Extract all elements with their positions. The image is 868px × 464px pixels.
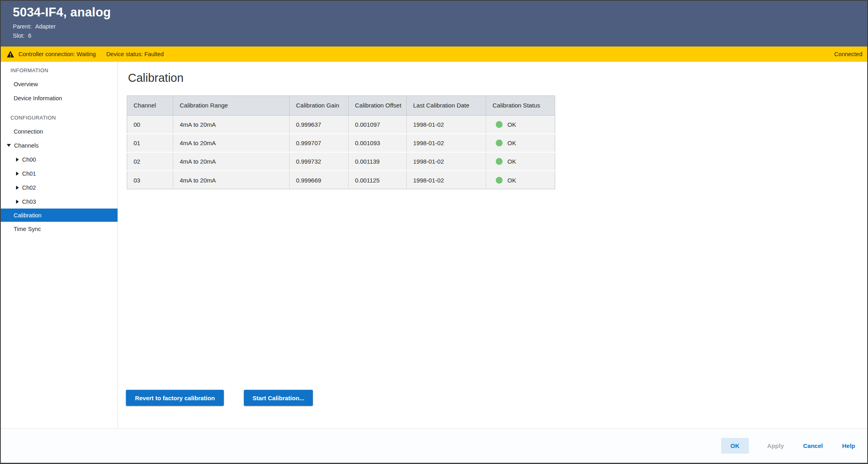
sidebar-item-device-information[interactable]: Device Information bbox=[1, 91, 118, 105]
sidebar-item-ch01[interactable]: Ch01 bbox=[1, 166, 118, 180]
collapse-arrow-icon[interactable] bbox=[7, 144, 11, 147]
table-row: 01 4mA to 20mA 0.999707 0.001093 1998-01… bbox=[127, 134, 555, 152]
cell-channel: 01 bbox=[127, 134, 173, 152]
device-banner: 5034-IF4, analog Parent:Adapter Slot:6 bbox=[1, 1, 867, 47]
calibration-actions: Revert to factory calibration Start Cali… bbox=[126, 390, 313, 406]
sidebar-item-ch02[interactable]: Ch02 bbox=[1, 180, 118, 195]
cell-channel: 02 bbox=[127, 152, 173, 171]
expand-arrow-icon[interactable] bbox=[16, 172, 19, 176]
cell-offset: 0.001097 bbox=[349, 115, 407, 134]
cell-gain: 0.999707 bbox=[290, 134, 349, 152]
status-ok-icon bbox=[496, 177, 503, 184]
cell-offset: 0.001125 bbox=[349, 171, 407, 189]
status-label: OK bbox=[507, 121, 516, 128]
cell-date: 1998-01-02 bbox=[407, 115, 486, 134]
sidebar-item-label: Overview bbox=[14, 81, 38, 87]
col-header-calibration-offset: Calibration Offset bbox=[349, 96, 407, 115]
cell-gain: 0.999732 bbox=[290, 152, 349, 171]
cell-offset: 0.001139 bbox=[349, 152, 407, 171]
status-alert-bar: Controller connection: Waiting Device st… bbox=[1, 47, 867, 62]
cell-channel: 03 bbox=[127, 171, 173, 189]
sidebar-item-label: Channels bbox=[14, 142, 39, 149]
warning-icon bbox=[6, 51, 14, 58]
sidebar-item-label: Calibration bbox=[14, 212, 41, 219]
start-calibration-button[interactable]: Start Calibration... bbox=[244, 390, 313, 406]
status-ok-icon bbox=[496, 140, 503, 146]
cancel-button[interactable]: Cancel bbox=[802, 438, 823, 454]
revert-factory-calibration-button[interactable]: Revert to factory calibration bbox=[126, 390, 224, 406]
device-status: Device status: Faulted bbox=[106, 51, 164, 57]
sidebar-item-label: Ch02 bbox=[22, 184, 36, 191]
connection-state: Connected bbox=[834, 51, 862, 57]
cell-status: OK bbox=[486, 152, 555, 171]
sidebar-item-label: Ch03 bbox=[22, 199, 36, 205]
status-ok-icon bbox=[496, 121, 503, 128]
sidebar-item-label: Ch00 bbox=[22, 156, 36, 163]
cell-range: 4mA to 20mA bbox=[173, 134, 290, 152]
col-header-channel: Channel bbox=[127, 96, 173, 115]
device-title: 5034-IF4, analog bbox=[13, 5, 867, 20]
cell-channel: 00 bbox=[127, 115, 173, 134]
status-label: OK bbox=[507, 158, 516, 165]
section-header-configuration: CONFIGURATION bbox=[1, 111, 118, 124]
device-slot-row: Slot:6 bbox=[13, 32, 867, 39]
expand-arrow-icon[interactable] bbox=[16, 158, 19, 162]
ok-button[interactable]: OK bbox=[721, 438, 749, 454]
slot-value: 6 bbox=[28, 32, 31, 39]
table-row: 03 4mA to 20mA 0.999669 0.001125 1998-01… bbox=[127, 171, 555, 189]
dialog-footer: OK Apply Cancel Help bbox=[1, 428, 867, 462]
help-button[interactable]: Help bbox=[841, 438, 856, 454]
cell-date: 1998-01-02 bbox=[407, 134, 486, 152]
cell-range: 4mA to 20mA bbox=[173, 115, 290, 134]
cell-status: OK bbox=[486, 171, 555, 189]
table-row: 00 4mA to 20mA 0.999637 0.001097 1998-01… bbox=[127, 115, 555, 134]
col-header-calibration-range: Calibration Range bbox=[173, 96, 290, 115]
cell-range: 4mA to 20mA bbox=[173, 152, 290, 171]
cell-date: 1998-01-02 bbox=[407, 171, 486, 189]
sidebar-item-label: Ch01 bbox=[22, 170, 36, 177]
col-header-calibration-gain: Calibration Gain bbox=[290, 96, 349, 115]
navigation-sidebar: INFORMATION Overview Device Information … bbox=[1, 62, 118, 428]
calibration-table: Channel Calibration Range Calibration Ga… bbox=[127, 95, 555, 189]
section-header-information: INFORMATION bbox=[1, 63, 118, 77]
col-header-calibration-status: Calibration Status bbox=[486, 96, 555, 115]
device-properties-window: 5034-IF4, analog Parent:Adapter Slot:6 C… bbox=[0, 0, 868, 464]
controller-connection-status: Controller connection: Waiting bbox=[18, 51, 96, 57]
status-ok-icon bbox=[496, 158, 503, 165]
sidebar-item-ch03[interactable]: Ch03 bbox=[1, 195, 118, 209]
cell-gain: 0.999637 bbox=[290, 115, 349, 134]
window-body: INFORMATION Overview Device Information … bbox=[1, 62, 867, 428]
sidebar-item-label: Device Information bbox=[14, 95, 62, 101]
sidebar-item-channels[interactable]: Channels bbox=[1, 138, 118, 152]
main-content: Calibration Channel Calibration Range Ca… bbox=[118, 62, 867, 428]
expand-arrow-icon[interactable] bbox=[16, 186, 19, 190]
sidebar-item-overview[interactable]: Overview bbox=[1, 77, 118, 91]
cell-status: OK bbox=[486, 134, 555, 152]
cell-range: 4mA to 20mA bbox=[173, 171, 290, 189]
device-parent-row: Parent:Adapter bbox=[13, 23, 867, 30]
table-header-row: Channel Calibration Range Calibration Ga… bbox=[127, 96, 555, 115]
sidebar-item-label: Connection bbox=[14, 128, 43, 135]
sidebar-item-label: Time Sync bbox=[14, 226, 41, 232]
slot-label: Slot: bbox=[13, 32, 24, 39]
sidebar-item-calibration[interactable]: Calibration bbox=[1, 209, 118, 222]
parent-value: Adapter bbox=[35, 23, 56, 30]
cell-date: 1998-01-02 bbox=[407, 152, 486, 171]
sidebar-item-time-sync[interactable]: Time Sync bbox=[1, 222, 118, 236]
page-title: Calibration bbox=[128, 71, 867, 85]
cell-gain: 0.999669 bbox=[290, 171, 349, 189]
table-row: 02 4mA to 20mA 0.999732 0.001139 1998-01… bbox=[127, 152, 555, 171]
expand-arrow-icon[interactable] bbox=[16, 200, 19, 204]
sidebar-item-connection[interactable]: Connection bbox=[1, 124, 118, 138]
apply-button[interactable]: Apply bbox=[767, 438, 785, 454]
col-header-last-calibration-date: Last Calibration Date bbox=[407, 96, 486, 115]
status-label: OK bbox=[507, 140, 516, 146]
cell-status: OK bbox=[486, 115, 555, 134]
cell-offset: 0.001093 bbox=[349, 134, 407, 152]
status-label: OK bbox=[507, 177, 516, 184]
sidebar-item-ch00[interactable]: Ch00 bbox=[1, 152, 118, 166]
parent-label: Parent: bbox=[13, 23, 32, 30]
